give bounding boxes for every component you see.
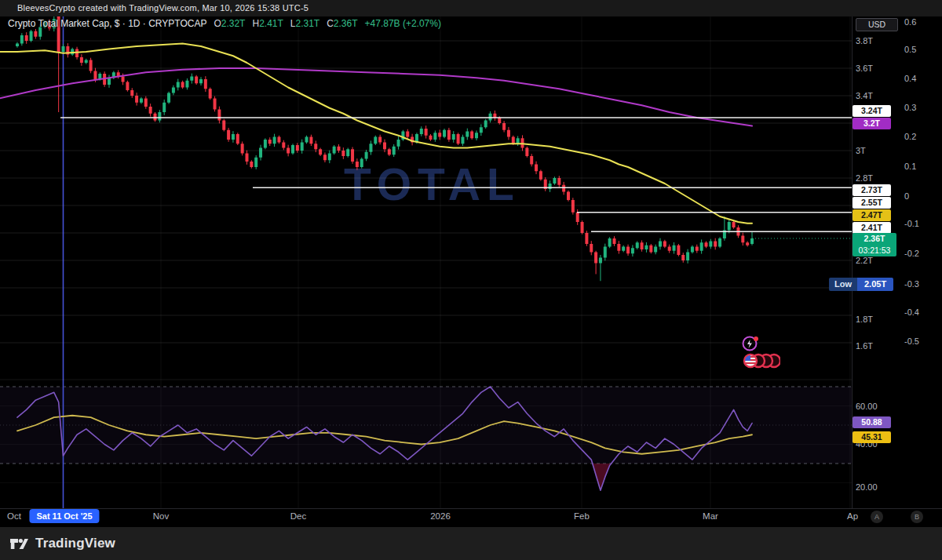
price-level-label: 3.2T	[853, 118, 891, 129]
price-level-label: 2.55T	[853, 197, 891, 209]
low-marker-value: 2.05T	[857, 278, 893, 291]
secondary-scale-tick: -0.2	[904, 248, 919, 259]
time-tick: Feb	[574, 511, 590, 521]
attribution-bar: BleevesCrypto created with TradingView.c…	[0, 0, 942, 16]
secondary-scale-tick: 0.3	[904, 102, 916, 113]
time-axis[interactable]: OctNovDec2026FebMarApSat 11 Oct '25AB	[0, 508, 942, 527]
rsi-tick: 20.00	[856, 482, 878, 493]
event-date-label[interactable]: Sat 11 Oct '25	[29, 509, 99, 523]
price-tick: 3.6T	[856, 63, 873, 74]
ohlc-open: O2.32T	[214, 18, 245, 29]
low-marker-prefix: Low	[829, 278, 857, 291]
price-tick: 1.8T	[856, 314, 873, 325]
tradingview-brand[interactable]: TradingView	[9, 535, 115, 552]
price-tick: 2.2T	[856, 255, 873, 266]
axis-circle-button-b[interactable]: B	[911, 511, 923, 523]
ohlc-close: C2.36T	[327, 18, 357, 29]
time-tick: Ap	[847, 511, 858, 521]
secondary-scale-tick: 0.5	[904, 44, 916, 55]
secondary-scale-tick: -0.5	[904, 336, 919, 347]
secondary-scale-tick: 0.1	[904, 161, 916, 172]
change-value: +47.87B (+2.07%)	[365, 18, 441, 29]
tradingview-logo-icon	[9, 535, 29, 552]
bottom-brand-bar: TradingView	[0, 527, 942, 560]
tradingview-brand-text: TradingView	[35, 536, 115, 551]
rsi-value-label: 45.31	[853, 431, 891, 443]
rsi-value-label: 50.88	[853, 416, 891, 428]
axis-circle-button-a[interactable]: A	[871, 511, 883, 523]
price-tick: 3.4T	[856, 90, 873, 101]
attribution-text: BleevesCrypto created with TradingView.c…	[17, 3, 309, 13]
ohlc-high: H2.41T	[252, 18, 283, 29]
price-tick: 3T	[856, 145, 866, 156]
price-level-label: 2.47T	[853, 209, 891, 221]
price-tick: 3.8T	[856, 35, 873, 46]
symbol-title[interactable]: Crypto Total Market Cap, $ · 1D · CRYPTO…	[8, 18, 206, 29]
time-tick: Dec	[290, 511, 306, 521]
bar-countdown: 03:21:53	[853, 245, 896, 256]
time-tick: 2026	[430, 511, 451, 521]
time-tick: Mar	[703, 511, 718, 521]
current-price-label: 2.36T 03:21:53	[853, 233, 896, 256]
tradingview-screenshot: BleevesCrypto created with TradingView.c…	[0, 0, 942, 560]
symbol-legend[interactable]: Crypto Total Market Cap, $ · 1D · CRYPTO…	[8, 18, 441, 29]
rsi-tick: 60.00	[856, 401, 878, 412]
chart-canvas[interactable]	[0, 0, 942, 560]
secondary-scale-tick: 0.6	[904, 16, 916, 27]
price-level-label: 2.41T	[853, 222, 891, 234]
secondary-scale-tick: -0.1	[904, 218, 919, 229]
secondary-scale-tick: 0.2	[904, 131, 916, 142]
price-level-label: 3.24T	[853, 105, 891, 117]
secondary-scale-tick: 0.4	[904, 73, 916, 84]
flash-sticker-icon[interactable]	[739, 334, 763, 353]
secondary-scale-tick: -0.3	[904, 278, 919, 289]
time-tick: Oct	[7, 511, 21, 521]
ohlc-low: L2.31T	[290, 18, 319, 29]
secondary-scale-tick: 0	[904, 191, 909, 202]
currency-unit-button[interactable]: USD	[856, 18, 898, 31]
current-price-value: 2.36T	[853, 233, 896, 245]
low-marker-label: Low 2.05T	[829, 278, 893, 291]
coins-sticker-icon[interactable]	[743, 353, 780, 369]
price-tick: 2.8T	[856, 173, 873, 184]
price-level-label: 2.73T	[853, 184, 891, 196]
time-tick: Nov	[153, 511, 169, 521]
price-tick: 1.6T	[856, 340, 873, 351]
secondary-scale-tick: -0.4	[904, 307, 919, 318]
